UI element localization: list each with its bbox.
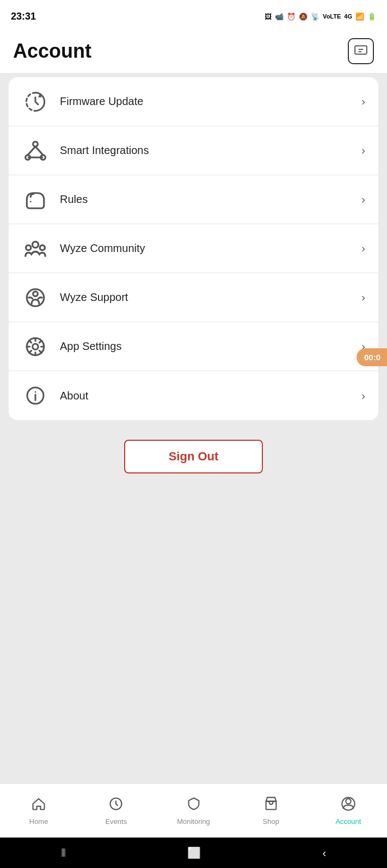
svg-point-11 — [26, 245, 31, 250]
android-home-icon[interactable]: ⬜ — [187, 846, 201, 859]
sign-out-button[interactable]: Sign Out — [124, 440, 263, 473]
nav-label-events: Events — [105, 817, 127, 826]
nav-label-monitoring: Monitoring — [177, 817, 210, 826]
menu-item-app-settings[interactable]: App Settings › — [9, 322, 378, 371]
menu-item-wyze-support[interactable]: Wyze Support › — [9, 273, 378, 322]
menu-item-about[interactable]: About › — [9, 371, 378, 420]
status-icons: 🖼 📹 ⏰ 🔕 📡 VoLTE 4G 📶 🔋 — [265, 13, 376, 21]
battery-icon: 🔋 — [367, 13, 376, 21]
nav-item-events[interactable]: Events — [77, 796, 155, 826]
status-time: 23:31 — [11, 11, 36, 22]
page-header: Account — [0, 33, 387, 73]
wyze-support-icon — [22, 284, 49, 311]
bottom-nav: Home Events Monitoring Shop — [0, 783, 387, 838]
svg-line-7 — [35, 146, 43, 155]
account-icon — [341, 796, 356, 815]
svg-rect-21 — [266, 801, 276, 809]
alarm-icon: ⏰ — [287, 13, 296, 21]
sign-out-container: Sign Out — [0, 420, 387, 493]
nav-label-shop: Shop — [263, 817, 279, 826]
rules-label: Rules — [60, 193, 361, 206]
status-bar: 23:31 🖼 📹 ⏰ 🔕 📡 VoLTE 4G 📶 🔋 — [0, 0, 387, 33]
wyze-community-label: Wyze Community — [60, 242, 361, 255]
svg-point-16 — [33, 343, 39, 349]
wyze-support-label: Wyze Support — [60, 291, 361, 304]
events-icon — [108, 796, 124, 815]
chat-button[interactable] — [348, 38, 374, 64]
menu-item-wyze-community[interactable]: Wyze Community › — [9, 224, 378, 273]
svg-point-22 — [346, 798, 351, 803]
menu-item-firmware-update[interactable]: Firmware Update › — [9, 77, 378, 126]
svg-point-12 — [40, 245, 45, 250]
about-label: About — [60, 390, 361, 402]
recording-badge: 00:0 — [357, 348, 387, 366]
nav-item-monitoring[interactable]: Monitoring — [155, 796, 232, 826]
video-icon: 📹 — [275, 13, 284, 21]
firmware-update-label: Firmware Update — [60, 95, 361, 108]
shop-icon — [263, 796, 279, 815]
page-title: Account — [13, 40, 91, 63]
home-icon — [31, 796, 46, 815]
android-back-icon[interactable]: ‹ — [323, 847, 327, 859]
svg-point-9 — [30, 201, 32, 202]
monitoring-icon — [186, 796, 201, 815]
nav-label-account: Account — [335, 817, 361, 826]
menu-item-rules[interactable]: Rules › — [9, 175, 378, 224]
firmware-update-chevron: › — [361, 95, 365, 108]
wifi-icon: 📡 — [311, 13, 320, 21]
wyze-community-chevron: › — [361, 242, 365, 255]
android-recent-icon[interactable]: ⦀ — [61, 846, 66, 860]
android-system-bar: ⦀ ⬜ ‹ — [0, 838, 387, 868]
wyze-community-icon — [22, 235, 49, 262]
smart-integrations-chevron: › — [361, 144, 365, 157]
rules-icon — [22, 186, 49, 213]
svg-rect-0 — [355, 46, 367, 54]
about-chevron: › — [361, 390, 365, 402]
svg-point-3 — [33, 141, 38, 146]
svg-point-19 — [35, 391, 36, 393]
app-settings-label: App Settings — [60, 340, 361, 353]
nav-item-home[interactable]: Home — [0, 796, 77, 826]
gallery-icon: 🖼 — [265, 13, 272, 21]
nav-item-account[interactable]: Account — [310, 796, 387, 826]
firmware-update-icon — [22, 88, 49, 115]
4g-icon: 4G — [344, 13, 352, 20]
menu-item-smart-integrations[interactable]: Smart Integrations › — [9, 126, 378, 175]
smart-integrations-label: Smart Integrations — [60, 144, 361, 157]
app-settings-icon — [22, 333, 49, 360]
svg-point-14 — [33, 291, 38, 296]
menu-card: Firmware Update › Smart Integrations › — [9, 77, 378, 420]
chat-icon — [354, 44, 368, 58]
volte-icon: VoLTE — [323, 13, 341, 20]
mute-icon: 🔕 — [299, 13, 308, 21]
content-area: Firmware Update › Smart Integrations › — [0, 73, 387, 783]
about-icon — [22, 382, 49, 409]
svg-point-10 — [33, 242, 39, 248]
smart-integrations-icon — [22, 137, 49, 164]
svg-line-6 — [28, 146, 35, 155]
signal-icon: 📶 — [355, 13, 364, 21]
rules-chevron: › — [361, 193, 365, 206]
nav-label-home: Home — [29, 817, 48, 826]
wyze-support-chevron: › — [361, 291, 365, 304]
nav-item-shop[interactable]: Shop — [232, 796, 310, 826]
